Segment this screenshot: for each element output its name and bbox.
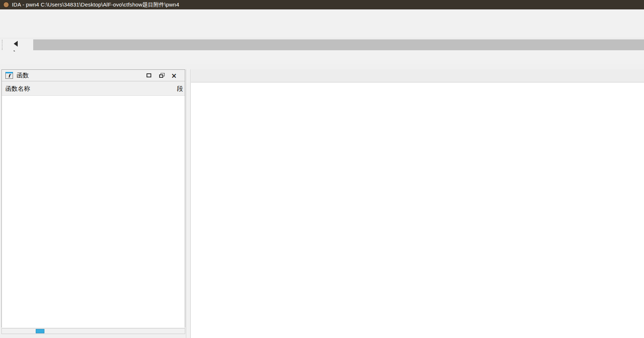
titlebar: IDA - pwn4 C:\Users\34831\Desktop\AlF-ov… (0, 0, 644, 9)
maximize-panel-icon[interactable] (147, 73, 151, 77)
toolbar (0, 23, 644, 38)
menubar (0, 9, 644, 23)
navigation-band-row (0, 38, 644, 51)
functions-panel-header[interactable]: f 函数 × (2, 70, 185, 81)
pseudocode-view[interactable] (191, 82, 644, 338)
column-function-name[interactable]: 函数名称 (5, 85, 30, 93)
functions-window-icon: f (5, 72, 13, 79)
column-segment[interactable]: 段 (177, 85, 183, 93)
functions-hscrollbar[interactable] (1, 328, 185, 334)
functions-vscrollbar[interactable] (186, 69, 191, 338)
tab-bar (191, 69, 644, 82)
navband-grip[interactable] (2, 40, 3, 50)
functions-list (2, 96, 185, 328)
float-panel-icon[interactable] (159, 74, 163, 78)
legend-row (0, 51, 644, 64)
window-title: IDA - pwn4 C:\Users\34831\Desktop\AlF-ov… (12, 1, 179, 8)
hscrollbar-thumb[interactable] (36, 329, 44, 333)
functions-panel: f 函数 × 函数名称 段 (1, 69, 185, 328)
navigation-band[interactable] (33, 39, 644, 50)
functions-column-header[interactable]: 函数名称 段 (2, 81, 185, 96)
functions-panel-title: 函数 (17, 71, 147, 80)
navband-scroll-left-icon[interactable] (14, 41, 18, 47)
close-panel-icon[interactable]: × (171, 73, 177, 78)
editor-pane (191, 69, 644, 338)
ida-app-icon (3, 2, 9, 8)
